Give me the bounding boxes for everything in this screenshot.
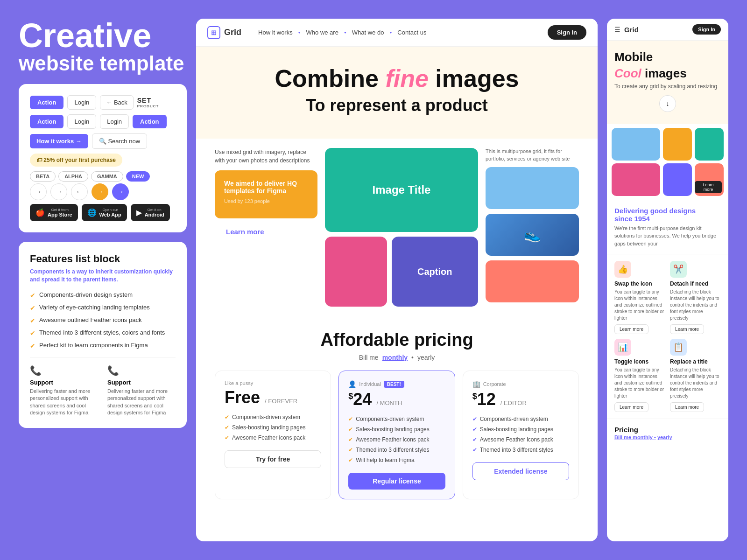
arrows-row: → → ← → → (30, 183, 176, 200)
nav-logo-text: Grid (224, 28, 241, 37)
login-button-2[interactable]: Login (67, 114, 96, 129)
mobile-learn-more-button[interactable]: Learn more (695, 181, 722, 193)
mobile-signin-button[interactable]: Sign In (692, 24, 721, 35)
features-title: Features list block (30, 253, 176, 265)
grid-left: Use mixed grid with imagery, replace wit… (215, 148, 317, 307)
corp-feat-4: ✔ Themed into 3 different styles (472, 447, 569, 453)
blue-tile (486, 167, 579, 209)
feat-toggle-learn[interactable]: Learn more (614, 402, 648, 412)
hero-subheading: To represent a product (224, 96, 570, 115)
extended-license-button[interactable]: Extended license (472, 462, 569, 480)
tags-row: BETA ALPHA GAMMA NEW (30, 171, 176, 182)
photo-tile: 👟 (486, 214, 579, 256)
feat-detach-desc: Detaching the block instance will help y… (670, 289, 721, 322)
right-pricing-billing: Bill me monthly • yearly (614, 434, 721, 440)
nav-link-what[interactable]: What we do (349, 27, 387, 38)
nav-signin-button[interactable]: Sign In (548, 25, 586, 40)
right-pricing-title: Pricing (614, 426, 721, 434)
right-pricing: Pricing Bill me monthly • yearly (607, 419, 728, 447)
plan-free-features: ✔ Components-driven system ✔ Sales-boost… (225, 414, 321, 441)
right-pricing-yearly[interactable]: yearly (657, 434, 672, 440)
swap-icon: 👍 (614, 261, 631, 278)
pricing-section: Affordable pricing Bill me monthly • yea… (196, 316, 598, 513)
best-badge: BEST! (384, 381, 404, 388)
individual-icon: 👤 (348, 380, 356, 388)
mobile-grid: Learn more (612, 128, 724, 196)
mobile-hero-h1: Mobile (614, 50, 721, 64)
support-item-1: 📞 Support Delivering faster and more per… (30, 365, 98, 417)
feat-replace-desc: Detaching the block instance will help y… (670, 367, 721, 399)
m-tile-pink-2 (612, 163, 660, 196)
app-store-button[interactable]: 🍎 Get it from App Store (30, 204, 78, 221)
arrow-right-purple[interactable]: → (112, 183, 129, 200)
features-subtitle: Components is a way to inherit customiza… (30, 268, 176, 284)
regular-license-button[interactable]: Regular license (348, 473, 445, 490)
tag-alpha: ALPHA (58, 171, 88, 182)
pricing-cards: Like a pussy Free / FOREVER ✔ Components… (215, 371, 579, 499)
support-row: 📞 Support Delivering faster and more per… (30, 357, 176, 417)
login-button-1[interactable]: Login (67, 95, 96, 110)
learn-more-button[interactable]: Learn more (215, 223, 275, 240)
title-block: Creative website template (19, 19, 187, 75)
left-column: Creative website template Action Login ←… (19, 19, 187, 541)
nav-link-how[interactable]: How it works (255, 27, 296, 38)
nav-dot-1: ● (298, 30, 301, 35)
action-button-1[interactable]: Action (30, 96, 63, 109)
nav-dot-2: ● (344, 30, 346, 35)
check-icon-3: ✔ (30, 317, 35, 324)
feat-replace-learn[interactable]: Learn more (670, 402, 704, 412)
feature-item-2: ✔ Variety of eye-catching landing templa… (30, 304, 176, 312)
grid-left-text: Use mixed grid with imagery, replace wit… (215, 148, 317, 165)
android-button[interactable]: ▶ Get it on Android (131, 204, 170, 221)
scroll-down-button[interactable]: ↓ (659, 95, 676, 112)
caption-tile: Caption (392, 237, 479, 307)
toggle-icon: 📊 (614, 339, 631, 356)
grid-right-text: This is multipurpose grid, it fits for p… (486, 148, 579, 162)
action-button-3[interactable]: Action (133, 115, 166, 128)
nav-links: How it works ● Who we are ● What we do ●… (255, 27, 534, 38)
delivering-title: Delivering good designs since 1954 (614, 207, 721, 223)
billing-yearly[interactable]: yearly (417, 354, 435, 361)
ind-feat-2: ✔ Sales-boosting landing pages (348, 426, 445, 433)
arrow-right-1[interactable]: → (30, 183, 47, 200)
nav-link-who[interactable]: Who we are (303, 27, 341, 38)
web-app-button[interactable]: 🌐 Open our Web App (82, 204, 127, 221)
login-button-3[interactable]: Login (100, 114, 129, 129)
brand-logo: SETPRODUCT (137, 97, 159, 108)
delivering-text: We're the first multi-purpose design kit… (614, 224, 721, 248)
right-column-mobile: ☰ Grid Sign In Mobile Cool images To cre… (607, 19, 728, 541)
arrow-left-1[interactable]: ← (71, 183, 88, 200)
plan-corporate: 🏢 Corporate $12 / EDITOR ✔ Components-dr… (463, 371, 579, 499)
how-it-works-button[interactable]: How it works → (30, 134, 88, 148)
pink-tile (325, 237, 387, 307)
arrow-right-active[interactable]: → (92, 183, 108, 200)
try-free-button[interactable]: Try for free (225, 450, 321, 468)
support-title-2: Support (107, 379, 176, 386)
back-button[interactable]: ← Back (100, 95, 134, 110)
store-buttons-row: 🍎 Get it from App Store 🌐 Open our Web A… (30, 204, 176, 221)
support-desc-2: Delivering faster and more personalized … (107, 388, 176, 417)
hero-heading: Combine fine images (224, 65, 570, 92)
search-now-button[interactable]: 🔍 Search now (92, 133, 147, 149)
apple-icon: 🍎 (35, 208, 45, 217)
feat-toggle-desc: You can toggle to any icon within instan… (614, 367, 665, 399)
feat-detach-learn[interactable]: Learn more (670, 324, 704, 334)
arrow-right-2[interactable]: → (50, 183, 67, 200)
feat-swap-learn[interactable]: Learn more (614, 324, 648, 334)
hero-section: Combine fine images To represent a produ… (196, 47, 598, 139)
plan-individual: 👤 Individual BEST! $24 / MONTH ✔ Compone… (338, 371, 455, 499)
billing-monthly[interactable]: monthly (382, 354, 408, 361)
feat-swap: 👍 Swap the icon You can toggle to any ic… (614, 261, 665, 334)
plan-free-label: Like a pussy (225, 380, 321, 386)
promo-row: 🏷 25% off your first purchase (30, 154, 176, 167)
feat-swap-desc: You can toggle to any icon within instan… (614, 289, 665, 322)
feat-detach: ✂️ Detach if need Detaching the block in… (670, 261, 721, 334)
support-desc-1: Delivering faster and more personalized … (30, 388, 98, 417)
action-button-2[interactable]: Action (30, 115, 63, 128)
mobile-hero-cool: Cool images (614, 66, 721, 81)
feature-item-4: ✔ Themed into 3 different styles, colors… (30, 329, 176, 337)
plan-free-price: Free / FOREVER (225, 388, 321, 407)
ind-feat-5: ✔ Will help to learn Figma (348, 457, 445, 463)
nav-link-contact[interactable]: Contact us (395, 27, 429, 38)
feat-detach-title: Detach if need (670, 280, 721, 287)
